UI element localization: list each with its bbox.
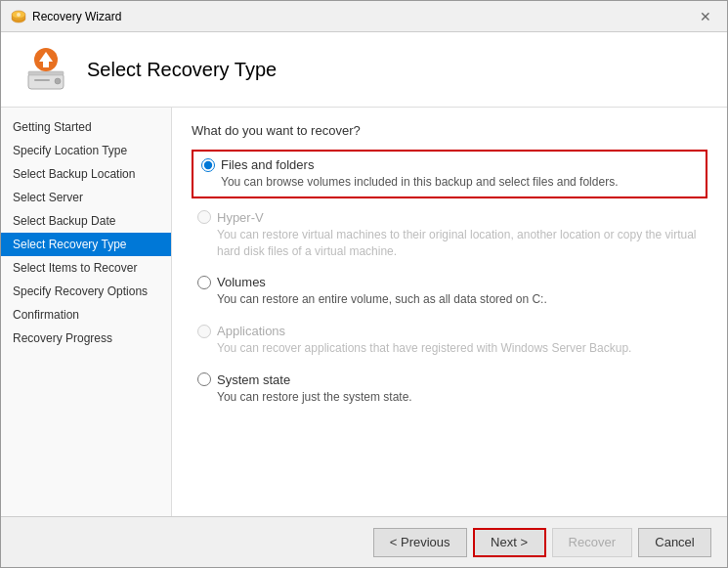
window-title: Recovery Wizard — [32, 10, 121, 23]
option-desc-files-and-folders: You can browse volumes included in this … — [221, 174, 698, 191]
option-desc-volumes: You can restore an entire volume, such a… — [217, 291, 702, 308]
cancel-button[interactable]: Cancel — [638, 528, 711, 557]
option-item-files-and-folders: Files and foldersYou can browse volumes … — [192, 150, 707, 198]
wizard-header: Select Recovery Type — [1, 32, 727, 108]
recover-button[interactable]: Recover — [552, 528, 632, 557]
option-desc-hyper-v: You can restore virtual machines to thei… — [217, 227, 702, 260]
option-label-volumes[interactable]: Volumes — [217, 275, 266, 289]
option-header-applications: Applications — [197, 324, 702, 338]
sidebar-item-select-backup-location[interactable]: Select Backup Location — [1, 162, 171, 186]
main-content: What do you want to recover? Files and f… — [172, 108, 727, 516]
radio-system-state[interactable] — [197, 372, 211, 386]
content-area: Getting StartedSpecify Location TypeSele… — [1, 108, 727, 516]
option-item-system-state: System stateYou can restore just the sys… — [192, 369, 707, 410]
page-title: Select Recovery Type — [87, 59, 277, 81]
sidebar: Getting StartedSpecify Location TypeSele… — [1, 108, 172, 516]
sidebar-item-recovery-progress[interactable]: Recovery Progress — [1, 327, 171, 350]
option-header-files-and-folders: Files and folders — [201, 157, 698, 172]
sidebar-item-select-backup-date[interactable]: Select Backup Date — [1, 209, 171, 233]
svg-rect-5 — [28, 71, 64, 75]
option-label-applications: Applications — [217, 324, 285, 338]
option-item-volumes: VolumesYou can restore an entire volume,… — [192, 271, 707, 312]
radio-hyper-v[interactable] — [197, 210, 211, 224]
next-button[interactable]: Next > — [473, 528, 546, 557]
previous-button[interactable]: < Previous — [373, 528, 467, 557]
sidebar-item-confirmation[interactable]: Confirmation — [1, 303, 171, 327]
sidebar-item-select-server[interactable]: Select Server — [1, 186, 171, 209]
option-label-hyper-v: Hyper-V — [217, 210, 264, 225]
option-header-volumes: Volumes — [197, 275, 702, 289]
option-header-system-state: System state — [197, 372, 702, 387]
option-label-files-and-folders[interactable]: Files and folders — [221, 157, 314, 172]
svg-rect-7 — [34, 79, 50, 81]
radio-volumes[interactable] — [197, 276, 211, 289]
option-header-hyper-v: Hyper-V — [197, 210, 702, 225]
radio-applications[interactable] — [197, 325, 211, 338]
sidebar-item-specify-location-type[interactable]: Specify Location Type — [1, 139, 171, 162]
options-group: Files and foldersYou can browse volumes … — [192, 150, 707, 410]
close-button[interactable]: ✕ — [694, 5, 717, 28]
wizard-footer: < Previous Next > Recover Cancel — [1, 516, 727, 567]
recovery-wizard-window: Recovery Wizard ✕ Select Recovery Type G… — [0, 0, 728, 568]
option-desc-system-state: You can restore just the system state. — [217, 389, 702, 406]
app-icon — [11, 9, 26, 24]
sidebar-item-specify-recovery-options[interactable]: Specify Recovery Options — [1, 280, 171, 303]
sidebar-item-select-recovery-type[interactable]: Select Recovery Type — [1, 233, 171, 256]
option-item-hyper-v: Hyper-VYou can restore virtual machines … — [192, 206, 707, 264]
option-item-applications: ApplicationsYou can recover applications… — [192, 320, 707, 361]
radio-files-and-folders[interactable] — [201, 158, 215, 172]
title-bar-left: Recovery Wizard — [11, 9, 121, 24]
sidebar-item-select-items-to-recover[interactable]: Select Items to Recover — [1, 256, 171, 280]
option-label-system-state[interactable]: System state — [217, 372, 290, 387]
header-icon — [21, 44, 71, 95]
sidebar-item-getting-started[interactable]: Getting Started — [1, 115, 171, 139]
svg-point-3 — [17, 13, 21, 17]
question-label: What do you want to recover? — [192, 123, 707, 138]
option-desc-applications: You can recover applications that have r… — [217, 340, 702, 357]
svg-rect-10 — [43, 60, 49, 67]
svg-point-6 — [55, 78, 61, 84]
title-bar: Recovery Wizard ✕ — [1, 1, 727, 32]
